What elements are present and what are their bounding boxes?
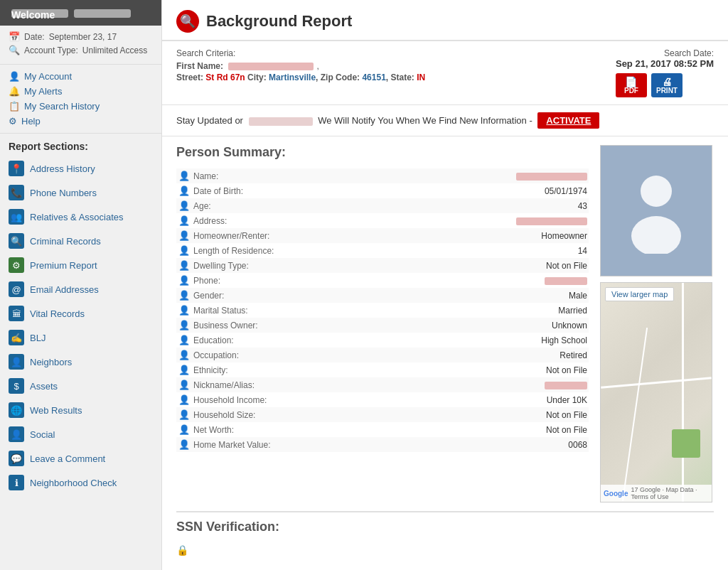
row-icon-cell: 👤 xyxy=(176,392,192,407)
table-row: 👤 Occupation: Retired xyxy=(176,348,589,362)
field-value-text: Male xyxy=(569,291,587,301)
field-value-text: 0068 xyxy=(568,440,587,450)
field-value-text: 43 xyxy=(578,201,587,211)
field-label: Dwelling Type: xyxy=(192,258,306,273)
field-blur-value xyxy=(516,217,587,225)
pdf-button[interactable]: 📄 PDF xyxy=(616,73,647,97)
google-logo: Google xyxy=(604,490,628,498)
table-row: 👤 Homeowner/Renter: Homeowner xyxy=(176,228,589,243)
my-search-history-link[interactable]: 📋 My Search History xyxy=(9,99,153,114)
nav-label-blj: BLJ xyxy=(30,333,46,343)
nav-label-neighbors: Neighbors xyxy=(30,357,72,367)
pdf-print-buttons: 📄 PDF 🖨 PRINT xyxy=(616,73,714,97)
nav-label-neighborhood-check: Neighborhood Check xyxy=(30,478,117,488)
field-value: High School xyxy=(306,333,589,348)
row-icon-cell: 👤 xyxy=(176,168,192,183)
sidebar-item-email-addresses[interactable]: @ Email Addresses xyxy=(0,277,161,301)
field-value: 43 xyxy=(306,198,589,213)
map-green-area xyxy=(672,429,700,458)
field-label: Ethnicity: xyxy=(192,362,306,377)
search-criteria: Search Criteria: First Name: , Street: S… xyxy=(176,48,425,82)
table-row: 👤 Date of Birth: 05/01/1974 xyxy=(176,183,589,198)
row-icon-cell: 👤 xyxy=(176,228,192,243)
nav-label-vital-records: Vital Records xyxy=(30,308,85,319)
sidebar-item-web-results[interactable]: 🌐 Web Results xyxy=(0,398,161,422)
field-label: Homeowner/Renter: xyxy=(192,228,306,243)
field-value: 14 xyxy=(306,243,589,258)
print-label: PRINT xyxy=(656,87,678,95)
nav-label-relatives-associates: Relatives & Associates xyxy=(30,212,124,222)
sidebar-item-vital-records[interactable]: 🏛 Vital Records xyxy=(0,301,161,326)
alert-icon: 🔔 xyxy=(9,86,20,97)
field-value-text: 05/01/1974 xyxy=(545,186,587,196)
row-icon-cell: 👤 xyxy=(176,437,192,452)
table-row: 👤 Name: xyxy=(176,168,589,183)
row-icon-cell: 👤 xyxy=(176,183,192,198)
user-icon: 👤 xyxy=(9,71,20,82)
city-label: City: xyxy=(247,72,267,82)
field-value: Not on File xyxy=(306,258,589,273)
sidebar-item-criminal-records[interactable]: 🔍 Criminal Records xyxy=(0,229,161,253)
search-icon: 🔍 xyxy=(9,45,20,55)
page-title: Background Report xyxy=(206,12,352,31)
date-label: Date: xyxy=(24,32,45,42)
activate-button[interactable]: ACTIVATE xyxy=(537,112,599,129)
field-value: Not on File xyxy=(306,422,589,437)
field-label: Occupation: xyxy=(192,348,306,362)
field-icon: 👤 xyxy=(178,335,190,345)
nav-icon-assets: $ xyxy=(9,378,24,394)
print-button[interactable]: 🖨 PRINT xyxy=(651,73,682,97)
nav-label-web-results: Web Results xyxy=(30,405,82,416)
table-row: 👤 Home Market Value: 0068 xyxy=(176,437,589,452)
sidebar-item-assets[interactable]: $ Assets xyxy=(0,374,161,398)
search-info-bar: Search Criteria: First Name: , Street: S… xyxy=(162,41,728,105)
field-value-text: Not on File xyxy=(546,261,587,271)
nav-icon-address-history: 📍 xyxy=(9,161,24,176)
view-larger-map-link[interactable]: View larger map xyxy=(605,287,674,301)
search-date-label: Search Date: xyxy=(616,48,714,58)
sidebar-item-blj[interactable]: ✍ BLJ xyxy=(0,326,161,350)
row-icon-cell: 👤 xyxy=(176,303,192,318)
table-row: 👤 Ethnicity: Not on File xyxy=(176,362,589,377)
sidebar-item-neighbors[interactable]: 👤 Neighbors xyxy=(0,350,161,374)
field-blur-value xyxy=(516,173,587,181)
person-summary-section: Person Summary: 👤 Name: 👤 Date of Birth:… xyxy=(176,145,589,502)
zip-value: 46151 xyxy=(362,72,385,82)
field-icon: 👤 xyxy=(178,350,190,360)
sidebar-item-neighborhood-check[interactable]: ℹ Neighborhood Check xyxy=(0,470,161,495)
first-name-label: First Name: xyxy=(176,61,223,71)
street-value: St Rd 67n xyxy=(205,72,245,82)
field-value-text: Homeowner xyxy=(541,231,587,241)
field-icon: 👤 xyxy=(178,320,190,330)
row-icon-cell: 👤 xyxy=(176,333,192,348)
field-icon: 👤 xyxy=(178,439,190,450)
field-value-text: Retired xyxy=(560,350,587,360)
search-date-value: Sep 21, 2017 08:52 PM xyxy=(616,58,714,69)
sidebar-item-phone-numbers[interactable]: 📞 Phone Numbers xyxy=(0,181,161,205)
nav-label-phone-numbers: Phone Numbers xyxy=(30,188,97,198)
first-name-blur xyxy=(228,63,314,70)
sidebar-item-premium-report[interactable]: ⚙ Premium Report xyxy=(0,253,161,277)
street-label: Street: xyxy=(176,72,203,82)
field-value xyxy=(306,168,589,183)
help-link[interactable]: ⚙ Help xyxy=(9,114,153,129)
magnifier-icon: 🔍 xyxy=(180,14,196,29)
sidebar-item-leave-comment[interactable]: 💬 Leave a Comment xyxy=(0,446,161,470)
field-value: Under 10K xyxy=(306,392,589,407)
state-value: IN xyxy=(417,72,425,82)
row-icon-cell: 👤 xyxy=(176,407,192,422)
field-label: Net Worth: xyxy=(192,422,306,437)
table-row: 👤 Dwelling Type: Not on File xyxy=(176,258,589,273)
field-icon: 👤 xyxy=(178,275,190,286)
my-account-link[interactable]: 👤 My Account xyxy=(9,69,153,84)
table-row: 👤 Gender: Male xyxy=(176,288,589,303)
sidebar-item-relatives-associates[interactable]: 👥 Relatives & Associates xyxy=(0,205,161,229)
my-alerts-link[interactable]: 🔔 My Alerts xyxy=(9,84,153,99)
field-label: Household Size: xyxy=(192,407,306,422)
search-criteria-label: Search Criteria: xyxy=(176,48,235,58)
pdf-label: PDF xyxy=(624,87,638,95)
field-icon: 👤 xyxy=(178,365,190,375)
sidebar-item-social[interactable]: 👤 Social xyxy=(0,422,161,446)
nav-icon-neighbors: 👤 xyxy=(9,354,24,370)
sidebar-item-address-history[interactable]: 📍 Address History xyxy=(0,156,161,181)
